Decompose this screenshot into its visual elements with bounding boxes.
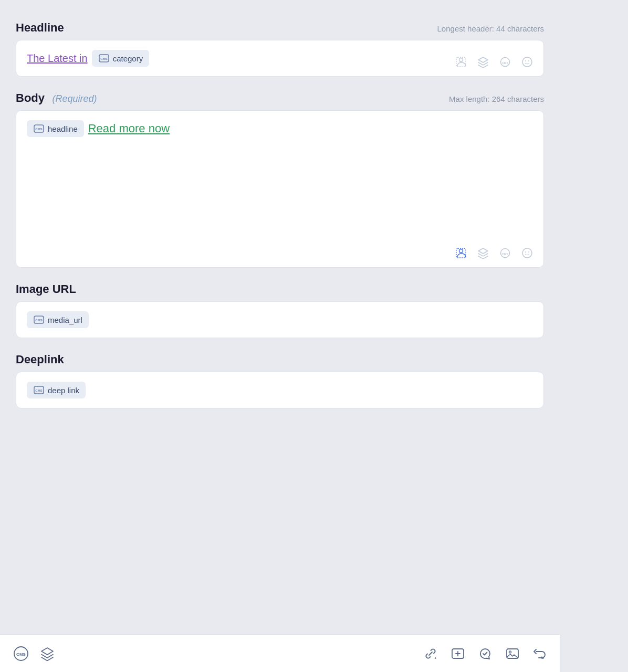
svg-point-11 <box>459 249 463 253</box>
svg-point-8 <box>528 60 529 61</box>
headline-meta: Longest header: 44 characters <box>437 24 544 33</box>
headline-cms-tag[interactable]: CMS category <box>92 50 150 67</box>
svg-point-27 <box>509 651 511 653</box>
body-field-content: CMS headline Read more now <box>27 120 533 137</box>
toolbar-cms-icon[interactable]: CMS <box>13 645 29 662</box>
svg-point-7 <box>525 60 526 61</box>
cms-icon-deeplink: CMS <box>33 384 45 396</box>
svg-text:CMS: CMS <box>502 61 509 65</box>
body-section: Body (Required) Max length: 264 characte… <box>16 91 544 268</box>
svg-text:CMS: CMS <box>16 652 26 657</box>
image-url-field-content: CMS media_url <box>27 311 533 328</box>
toolbar-check-message-icon[interactable] <box>478 646 493 661</box>
svg-text:CMS: CMS <box>502 253 509 256</box>
svg-point-16 <box>525 251 526 253</box>
image-url-field-box[interactable]: CMS media_url <box>16 301 544 338</box>
person-icon-body[interactable] <box>454 246 468 260</box>
svg-point-2 <box>459 58 463 62</box>
cms-field-icon-body[interactable]: CMS <box>498 246 512 260</box>
image-url-header: Image URL <box>16 282 544 296</box>
svg-point-17 <box>528 251 529 253</box>
toolbar-left: CMS <box>13 645 55 662</box>
cms-icon-headline: CMS <box>98 52 110 64</box>
body-title-group: Body (Required) <box>16 91 97 105</box>
image-url-cms-tag-label: media_url <box>48 316 82 324</box>
body-title: Body <box>16 91 45 104</box>
deeplink-cms-tag[interactable]: CMS deep link <box>27 382 86 398</box>
svg-point-15 <box>522 248 532 258</box>
cms-field-icon-headline[interactable]: CMS <box>498 55 512 69</box>
toolbar-add-media-icon[interactable] <box>451 646 465 661</box>
toolbar-undo-icon[interactable] <box>532 646 547 661</box>
bottom-toolbar: CMS + <box>0 634 560 672</box>
headline-title: Headline <box>16 21 64 35</box>
image-url-title: Image URL <box>16 282 76 296</box>
headline-field-box[interactable]: The Latest in CMS category <box>16 40 544 77</box>
headline-field-icons: CMS <box>454 55 534 69</box>
deeplink-cms-tag-label: deep link <box>48 386 79 395</box>
svg-text:CMS: CMS <box>35 128 42 131</box>
image-url-cms-tag[interactable]: CMS media_url <box>27 311 89 328</box>
svg-text:+: + <box>434 656 437 660</box>
svg-text:CMS: CMS <box>35 319 42 322</box>
deeplink-field-content: CMS deep link <box>27 382 533 398</box>
person-icon[interactable] <box>454 55 468 69</box>
toolbar-image-icon[interactable] <box>505 646 520 661</box>
cms-icon-body: CMS <box>33 123 45 134</box>
deeplink-section: Deeplink CMS deep link <box>16 353 544 408</box>
body-meta: Max length: 264 characters <box>449 94 544 103</box>
svg-text:CMS: CMS <box>35 389 42 392</box>
headline-header: Headline Longest header: 44 characters <box>16 21 544 35</box>
body-cms-tag-label: headline <box>48 124 78 133</box>
toolbar-link-icon[interactable]: + <box>423 646 438 661</box>
cms-icon-image-url: CMS <box>33 314 45 326</box>
emoji-icon-headline[interactable] <box>520 55 534 69</box>
emoji-icon-body[interactable] <box>520 246 534 260</box>
deeplink-title: Deeplink <box>16 353 64 366</box>
toolbar-layers-icon[interactable] <box>40 646 55 661</box>
deeplink-header: Deeplink <box>16 353 544 366</box>
toolbar-right: + <box>423 646 547 661</box>
headline-prefix-text: The Latest in <box>27 52 88 65</box>
headline-section: Headline Longest header: 44 characters T… <box>16 21 544 77</box>
svg-text:CMS: CMS <box>100 57 107 60</box>
body-field-icons: CMS <box>454 246 534 260</box>
layers-icon[interactable] <box>476 55 490 69</box>
body-required: (Required) <box>52 93 97 104</box>
deeplink-field-box[interactable]: CMS deep link <box>16 372 544 408</box>
svg-point-6 <box>522 57 532 67</box>
read-more-text: Read more now <box>88 122 170 135</box>
body-header: Body (Required) Max length: 264 characte… <box>16 91 544 105</box>
image-url-section: Image URL CMS media_url <box>16 282 544 338</box>
headline-cms-tag-label: category <box>113 54 143 63</box>
body-cms-tag[interactable]: CMS headline <box>27 120 84 137</box>
body-field-box[interactable]: CMS headline Read more now <box>16 110 544 268</box>
layers-icon-body[interactable] <box>476 246 490 260</box>
